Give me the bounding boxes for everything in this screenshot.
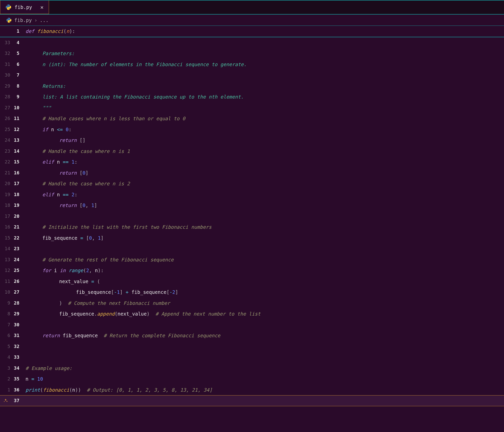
code-line[interactable]: 6 31 return fib_sequence # Return the co… — [0, 330, 504, 341]
code-line[interactable]: 18 19 return [0, 1] — [0, 200, 504, 211]
code-line[interactable]: 12 25 for i in range(2, n): — [0, 265, 504, 276]
code-line[interactable]: 29 8 Returns: — [0, 81, 504, 92]
relative-line-number: 2 — [0, 374, 11, 385]
code-content — [26, 37, 504, 48]
code-content: Parameters: — [26, 48, 504, 59]
code-line[interactable]: 2 35 n = 10 — [0, 374, 504, 385]
line-number: 20 — [11, 211, 26, 222]
code-line[interactable]: 9 28 ) # Compute the next Fibonacci numb… — [0, 298, 504, 309]
code-line[interactable]: 17 20 — [0, 211, 504, 222]
cursor-line[interactable]: 37 — [0, 395, 504, 406]
relative-line-number: 30 — [0, 70, 11, 81]
code-line[interactable]: 25 12 if n <= 0: — [0, 124, 504, 135]
code-line[interactable]: 3 34 # Example usage: — [0, 363, 504, 374]
code-content: def fibonacci(n): — [26, 26, 504, 37]
code-content: # Handle cases where n is less than or e… — [26, 113, 504, 124]
line-number: 13 — [11, 135, 26, 146]
code-content: fib_sequence = [0, 1] — [26, 233, 504, 244]
code-line[interactable]: 32 5 Parameters: — [0, 48, 504, 59]
breadcrumb-separator: › — [34, 17, 37, 23]
code-line[interactable]: 10 27 fib_sequence[-1] + fib_sequence[-2… — [0, 287, 504, 298]
line-number: 35 — [11, 374, 26, 385]
tab-filename: fib.py — [15, 4, 32, 10]
code-line[interactable]: 21 16 return [0] — [0, 167, 504, 178]
code-content: for i in range(2, n): — [26, 265, 504, 276]
code-line[interactable]: 11 26 next_value = ( — [0, 276, 504, 287]
relative-line-number: 4 — [0, 352, 11, 363]
relative-line-number: 19 — [0, 189, 11, 200]
line-number: 14 — [11, 146, 26, 157]
code-line[interactable]: 30 7 — [0, 70, 504, 81]
line-number: 32 — [11, 341, 26, 352]
code-line[interactable]: 31 6 n (int): The number of elements in … — [0, 59, 504, 70]
code-line[interactable]: 27 10 """ — [0, 102, 504, 113]
line-number: 30 — [11, 319, 26, 330]
code-content: fib_sequence[-1] + fib_sequence[-2] — [26, 287, 504, 298]
relative-line-number: 3 — [0, 363, 11, 374]
code-content: # Handle the case where n is 2 — [26, 178, 504, 189]
code-line[interactable]: 16 21 # Initialize the list with the fir… — [0, 222, 504, 233]
code-line[interactable]: 24 13 return [] — [0, 135, 504, 146]
code-line[interactable]: 33 4 — [0, 37, 504, 48]
code-content: n (int): The number of elements in the F… — [26, 59, 504, 70]
line-number: 16 — [11, 167, 26, 178]
line-number: 25 — [11, 265, 26, 276]
line-number: 33 — [11, 352, 26, 363]
code-content: elif n == 1: — [26, 157, 504, 167]
code-line[interactable]: 14 23 — [0, 243, 504, 254]
code-line[interactable]: 22 15 elif n == 1: — [0, 157, 504, 167]
relative-line-number: 21 — [0, 167, 11, 178]
code-line[interactable]: 1 36 print(fibonacci(n)) # Output: [0, 1… — [0, 385, 504, 395]
close-icon[interactable]: × — [40, 4, 44, 10]
tab-fib-py[interactable]: fib.py × — [0, 1, 49, 14]
line-number: 31 — [11, 330, 26, 341]
relative-line-number: 13 — [0, 254, 11, 265]
relative-line-number: 17 — [0, 211, 11, 222]
relative-line-number: 12 — [0, 265, 11, 276]
relative-line-number: 11 — [0, 276, 11, 287]
breadcrumb[interactable]: fib.py › ... — [0, 14, 504, 26]
code-line[interactable]: 5 32 — [0, 341, 504, 352]
code-line[interactable]: 4 33 — [0, 352, 504, 363]
code-line[interactable]: 26 11 # Handle cases where n is less tha… — [0, 113, 504, 124]
relative-line-number: 1 — [0, 385, 11, 395]
code-content: return [0, 1] — [26, 200, 504, 211]
code-content: # Initialize the list with the first two… — [26, 222, 504, 233]
line-number: 1 — [0, 26, 26, 37]
line-number: 10 — [11, 102, 26, 113]
code-line[interactable]: 19 18 elif n == 2: — [0, 189, 504, 200]
code-line[interactable]: 28 9 list: A list containing the Fibonac… — [0, 91, 504, 102]
line-number: 37 — [11, 395, 26, 406]
relative-line-number: 28 — [0, 91, 11, 102]
code-line[interactable]: 7 30 — [0, 319, 504, 330]
sticky-scroll-header[interactable]: 1 def fibonacci(n): — [0, 26, 504, 37]
editor-area[interactable]: 33 4 32 5 Parameters: 31 6 n (int): The … — [0, 37, 504, 406]
relative-line-number: 26 — [0, 113, 11, 124]
code-content: n = 10 — [26, 374, 504, 385]
relative-line-number: 20 — [0, 178, 11, 189]
code-content: next_value = ( — [26, 276, 504, 287]
code-line[interactable]: 13 24 # Generate the rest of the Fibonac… — [0, 254, 504, 265]
code-content: print(fibonacci(n)) # Output: [0, 1, 1, … — [26, 385, 504, 395]
line-number: 18 — [11, 189, 26, 200]
code-line[interactable]: 20 17 # Handle the case where n is 2 — [0, 178, 504, 189]
breadcrumb-symbol: ... — [40, 17, 48, 23]
relative-line-number: 24 — [0, 135, 11, 146]
relative-line-number: 23 — [0, 146, 11, 157]
line-number: 34 — [11, 363, 26, 374]
sparkle-icon — [0, 398, 11, 403]
line-number: 4 — [11, 37, 26, 48]
line-number: 9 — [11, 91, 26, 102]
line-number: 26 — [11, 276, 26, 287]
relative-line-number: 29 — [0, 81, 11, 92]
code-content: if n <= 0: — [26, 124, 504, 135]
code-line[interactable]: 15 22 fib_sequence = [0, 1] — [0, 233, 504, 244]
relative-line-number: 27 — [0, 102, 11, 113]
tab-bar: fib.py × — [0, 0, 504, 14]
line-number: 5 — [11, 48, 26, 59]
code-line[interactable]: 23 14 # Handle the case where n is 1 — [0, 146, 504, 157]
line-number: 19 — [11, 200, 26, 211]
relative-line-number: 32 — [0, 48, 11, 59]
code-line[interactable]: 8 29 fib_sequence.append(next_value) # A… — [0, 308, 504, 319]
code-content: return fib_sequence # Return the complet… — [26, 330, 504, 341]
